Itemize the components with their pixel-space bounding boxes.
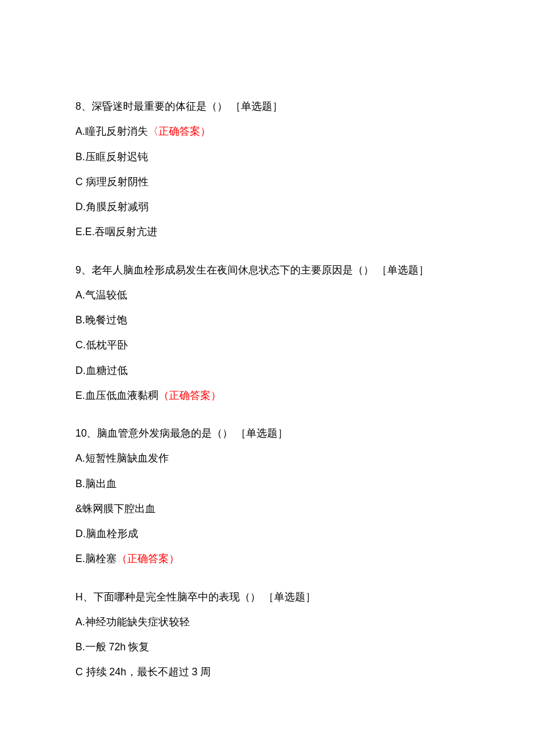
option-e: E.E.吞咽反射亢进: [75, 224, 459, 239]
option-a: A.瞳孔反射消失〈正确答案）: [75, 124, 459, 139]
option-text: 持续 24h，最长不超过 3 周: [86, 666, 211, 678]
option-prefix: A.: [75, 616, 85, 628]
option-text: 气温较低: [85, 289, 127, 301]
option-text: 低枕平卧: [86, 339, 128, 351]
option-prefix: B.: [75, 641, 85, 653]
question-gap: [75, 250, 459, 262]
option-text: 蛛网膜下腔出血: [82, 503, 156, 514]
option-text: 脑栓塞: [85, 553, 117, 564]
option-c: &蛛网膜下腔出血: [75, 501, 459, 516]
option-a: A.神经功能缺失症状较轻: [75, 614, 459, 629]
question-gap: [75, 577, 459, 589]
option-prefix: C: [75, 666, 86, 678]
option-text: 脑出血: [85, 478, 117, 489]
option-text: 脑血栓形成: [86, 528, 138, 539]
option-text: 神经功能缺失症状较轻: [85, 616, 190, 628]
option-c: C.低枕平卧: [75, 337, 459, 352]
option-prefix: &: [75, 503, 82, 514]
option-a: A.气温较低: [75, 287, 459, 303]
option-prefix: A.: [75, 289, 85, 301]
option-d: D.角膜反射减弱: [75, 199, 459, 214]
option-a: A.短暂性脑缺血发作: [75, 451, 459, 466]
document-page: 8、深昏迷时最重要的体征是（） ［单选题］ A.瞳孔反射消失〈正确答案） B.压…: [0, 0, 534, 756]
correct-answer-label: 〈正确答案）: [148, 125, 211, 137]
option-text: 短暂性脑缺血发作: [85, 452, 169, 464]
option-prefix: C: [75, 176, 86, 188]
option-text: 压眶反射迟钝: [85, 151, 148, 163]
option-d: D.血糖过低: [75, 363, 459, 378]
option-prefix: A.: [75, 125, 85, 137]
option-prefix: E.: [75, 553, 85, 564]
question-prompt: 9、老年人脑血栓形成易发生在夜间休息状态下的主要原因是（） ［单选题］: [75, 262, 459, 278]
option-b: B.一般 72h 恢复: [75, 639, 459, 654]
option-prefix: D.: [75, 201, 86, 213]
option-prefix: E.: [75, 390, 85, 401]
option-text: 晚餐过饱: [85, 314, 127, 326]
question-prompt: H、下面哪种是完全性脑卒中的表现（） ［单选题］: [75, 589, 459, 604]
question-gap: [75, 413, 459, 426]
option-prefix: B.: [75, 478, 85, 489]
correct-answer-label: （正确答案）: [117, 553, 179, 564]
option-c: C 病理反射阴性: [75, 174, 459, 189]
option-prefix: C.: [75, 339, 86, 351]
option-c: C 持续 24h，最长不超过 3 周: [75, 664, 459, 679]
option-b: B.脑出血: [75, 476, 459, 491]
option-prefix: D.: [75, 365, 86, 376]
option-prefix: D.: [75, 528, 86, 539]
option-prefix: E.E.: [75, 226, 95, 237]
option-prefix: B.: [75, 151, 85, 163]
option-e: E.血压低血液黏稠（正确答案）: [75, 388, 459, 403]
option-text: 血糖过低: [86, 365, 128, 376]
correct-answer-label: （正确答案）: [158, 390, 221, 401]
option-d: D.脑血栓形成: [75, 526, 459, 541]
option-text: 一般 72h 恢复: [85, 641, 150, 653]
option-b: B.压眶反射迟钝: [75, 149, 459, 164]
option-prefix: B.: [75, 314, 85, 326]
option-prefix: A.: [75, 452, 85, 464]
option-text: 病理反射阴性: [86, 176, 149, 188]
option-text: 血压低血液黏稠: [85, 390, 158, 401]
option-b: B.晚餐过饱: [75, 312, 459, 327]
option-text: 角膜反射减弱: [86, 201, 149, 213]
option-text: 吞咽反射亢进: [95, 226, 157, 237]
question-prompt: 8、深昏迷时最重要的体征是（） ［单选题］: [75, 99, 459, 114]
option-text: 瞳孔反射消失: [85, 125, 148, 137]
option-e: E.脑栓塞（正确答案）: [75, 551, 459, 566]
question-prompt: 10、脑血管意外发病最急的是（） ［单选题］: [75, 426, 459, 441]
